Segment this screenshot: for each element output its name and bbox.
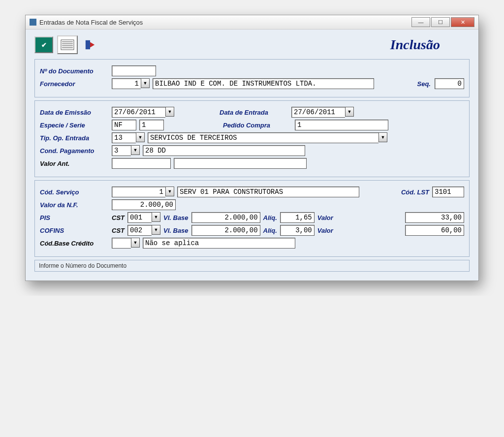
label-cod-lst: Cód. LST [401, 188, 429, 196]
label-pedido-compra: Pedido Compra [223, 122, 292, 129]
seq-input[interactable] [435, 78, 464, 89]
label-doc-num: Nº do Documento [40, 67, 109, 75]
cod-servico-dropdown[interactable]: ▼ [165, 187, 174, 196]
data-emissao-dropdown[interactable]: ▼ [165, 107, 174, 117]
pis-valor-input[interactable] [405, 212, 464, 223]
cofins-base-input[interactable] [191, 225, 260, 236]
data-entrada-dropdown[interactable]: ▼ [345, 107, 354, 117]
cod-servico-input[interactable] [112, 187, 165, 197]
label-seq: Seq. [417, 80, 431, 88]
cofins-aliq-input[interactable] [280, 225, 315, 236]
cofins-cst-dropdown[interactable]: ▼ [152, 225, 160, 235]
label-fornecedor: Fornecedor [40, 80, 109, 88]
cod-base-credito-input[interactable] [112, 238, 131, 249]
section-dates: Data de Emissão ▼ Data de Entrada ▼ Espe… [34, 100, 470, 177]
cod-lst-input[interactable] [432, 187, 464, 197]
section-service: Cód. Serviço ▼ Cód. LST Valor da N.F. PI… [34, 180, 470, 257]
tip-op-cod-input[interactable] [112, 132, 136, 143]
window-title: Entradas de Nota Fiscal de Serviços [39, 19, 143, 26]
pis-cst-input[interactable] [127, 212, 152, 223]
label-especie-serie: Especie / Serie [40, 122, 109, 129]
cod-base-credito-desc-input[interactable] [143, 238, 295, 249]
label-pis-aliq: Alíq. [263, 214, 277, 221]
section-document: Nº do Documento Fornecedor ▼ Seq. [34, 59, 470, 97]
cond-pag-desc-input[interactable] [143, 145, 305, 156]
tip-op-dropdown[interactable]: ▼ [136, 132, 145, 142]
list-icon [61, 39, 74, 50]
label-cofins-vlbase: Vl. Base [163, 227, 189, 234]
label-cofins-cst: CST [112, 227, 125, 234]
exit-icon [85, 39, 95, 51]
label-pis-valor: Valor [317, 214, 333, 221]
data-emissao-input[interactable] [112, 107, 165, 118]
app-icon [30, 19, 36, 26]
minimize-button[interactable]: — [411, 17, 430, 27]
label-cond-pag: Cond. Pagamento [40, 147, 109, 155]
valor-nf-input[interactable] [112, 199, 176, 210]
cofins-cst-input[interactable] [127, 225, 152, 236]
label-pis-cst: CST [112, 214, 125, 221]
label-valor-nf: Valor da N.F. [40, 201, 109, 209]
label-pis-vlbase: Vl. Base [163, 214, 189, 221]
cod-servico-desc-input[interactable] [177, 187, 359, 197]
doc-num-input[interactable] [112, 65, 156, 76]
titlebar: Entradas de Nota Fiscal de Serviços — ☐ … [26, 15, 478, 30]
serie-input[interactable] [139, 120, 164, 130]
label-data-emissao: Data de Emissão [40, 109, 109, 116]
fornecedor-nome-input[interactable] [153, 78, 374, 89]
confirm-button[interactable]: ✔ [34, 36, 53, 53]
pis-base-input[interactable] [191, 212, 260, 223]
pis-cst-dropdown[interactable]: ▼ [152, 212, 160, 222]
cond-pag-cod-input[interactable] [112, 145, 131, 156]
label-cod-servico: Cód. Serviço [40, 188, 109, 196]
especie-input[interactable] [112, 120, 136, 130]
label-cod-base-credito: Cód.Base Crédito [40, 240, 109, 247]
list-button[interactable] [57, 35, 78, 54]
close-button[interactable]: ✕ [451, 17, 474, 27]
fornecedor-dropdown[interactable]: ▼ [141, 78, 150, 88]
label-valor-ant: Valor Ant. [40, 160, 109, 167]
tip-op-desc-input[interactable] [148, 132, 378, 143]
svg-rect-0 [61, 40, 74, 50]
fornecedor-cod-input[interactable] [112, 78, 141, 89]
status-bar: Informe o Número do Documento [34, 260, 470, 272]
svg-rect-5 [86, 40, 90, 49]
toolbar: ✔ Inclusão [34, 35, 470, 54]
cond-pag-dropdown[interactable]: ▼ [131, 145, 140, 155]
valor-ant-input[interactable] [112, 158, 171, 169]
label-data-entrada: Data de Entrada [220, 109, 288, 116]
label-pis: PIS [40, 214, 109, 221]
cod-base-credito-dropdown[interactable]: ▼ [131, 238, 140, 248]
maximize-button[interactable]: ☐ [431, 17, 450, 27]
label-tip-op: Tip. Op. Entrada [40, 134, 109, 142]
label-cofins-valor: Valor [317, 227, 333, 234]
exit-button[interactable] [82, 37, 98, 52]
pis-aliq-input[interactable] [280, 212, 315, 223]
window: Entradas de Nota Fiscal de Serviços — ☐ … [25, 15, 479, 281]
tip-op-desc-dropdown[interactable]: ▼ [378, 132, 387, 142]
pedido-compra-input[interactable] [295, 120, 388, 130]
data-entrada-input[interactable] [291, 107, 345, 118]
label-cofins-aliq: Alíq. [263, 227, 277, 234]
mode-title: Inclusão [390, 37, 440, 53]
svg-marker-6 [90, 42, 94, 48]
cofins-valor-input[interactable] [405, 225, 464, 236]
label-cofins: COFINS [40, 227, 109, 234]
valor-ant-desc-input[interactable] [174, 158, 307, 169]
